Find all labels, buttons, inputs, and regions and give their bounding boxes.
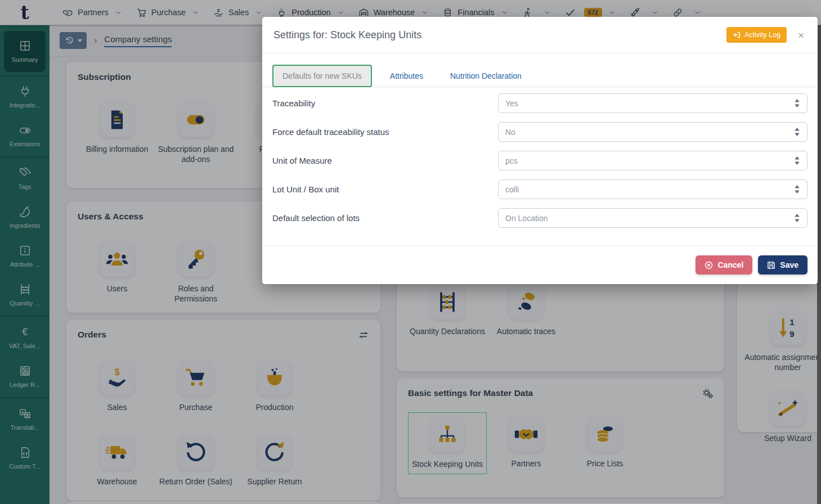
default-selection-of-lots-select[interactable]: On Location [498, 208, 807, 228]
selected-value: On Location [505, 214, 548, 223]
form-row: Force default traceability statusNo [272, 118, 807, 146]
modal-footer: Cancel Save [262, 245, 818, 284]
sorter-icon [794, 98, 800, 108]
field-label: Unit of Measure [272, 156, 498, 165]
save-floppy-icon [767, 261, 775, 269]
sorter-icon [794, 184, 800, 194]
modal-header: Settings for: Stock Keeping Units Activi… [262, 17, 818, 53]
activity-log-button[interactable]: Activity Log [726, 27, 787, 43]
cancel-circle-icon [705, 261, 713, 269]
selected-value: pcs [505, 156, 518, 165]
traceability-select[interactable]: Yes [498, 93, 807, 113]
form-row: Unit of Measurepcs [272, 146, 807, 175]
field-label: Traceability [272, 98, 498, 108]
activity-log-label: Activity Log [744, 31, 780, 39]
form-row: TraceabilityYes [272, 89, 807, 118]
modal-tabs: Defaults for new SKUsAttributesNutrition… [262, 53, 818, 87]
tab-defaults-for-new-skus[interactable]: Defaults for new SKUs [272, 65, 372, 87]
save-label: Save [780, 260, 798, 269]
field-label: Lot Unit / Box unit [272, 184, 498, 194]
save-button[interactable]: Save [758, 255, 807, 274]
field-label: Default selection of lots [272, 213, 498, 223]
modal-form: TraceabilityYesForce default traceabilit… [262, 87, 818, 232]
form-row: Default selection of lotsOn Location [272, 204, 807, 232]
modal-title: Settings for: Stock Keeping Units [273, 29, 726, 41]
cancel-button[interactable]: Cancel [696, 255, 752, 274]
settings-modal: Settings for: Stock Keeping Units Activi… [262, 17, 818, 284]
activity-log-icon [733, 31, 741, 39]
field-label: Force default traceability status [272, 127, 498, 137]
sorter-icon [794, 213, 800, 223]
lot-unit-box-unit-select[interactable]: colli [498, 179, 807, 199]
cancel-label: Cancel [717, 260, 743, 269]
sorter-icon [794, 156, 800, 165]
close-icon[interactable]: × [796, 29, 806, 42]
app-root: t PartnersPurchase$SalesProductionWareho… [0, 0, 821, 504]
sorter-icon [794, 127, 800, 137]
form-row: Lot Unit / Box unitcolli [272, 175, 807, 204]
tab-nutrition-declaration[interactable]: Nutrition Declaration [441, 66, 531, 86]
selected-value: colli [505, 185, 519, 194]
selected-value: No [505, 128, 515, 137]
selected-value: Yes [505, 99, 518, 108]
tab-attributes[interactable]: Attributes [381, 66, 432, 86]
force-default-traceability-status-select[interactable]: No [498, 122, 807, 142]
unit-of-measure-select[interactable]: pcs [498, 151, 807, 170]
